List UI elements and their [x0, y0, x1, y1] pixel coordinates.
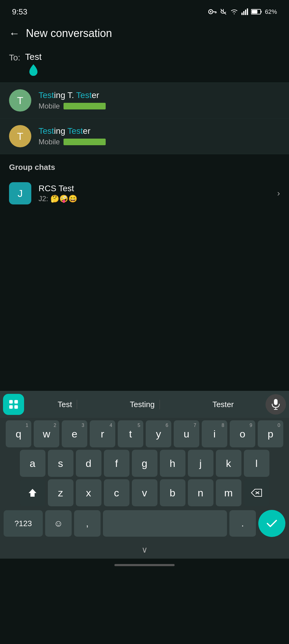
kb-enter-button[interactable] — [258, 510, 285, 537]
suggestion-name-2: Testing Tester — [39, 126, 106, 136]
cursor-drop — [28, 64, 39, 76]
svg-point-1 — [210, 11, 211, 13]
kb-suggestion-2[interactable]: Tester — [208, 400, 239, 409]
suggestion-detail-2: Mobile — [39, 138, 106, 146]
highlight-test2: Test — [76, 90, 92, 100]
kb-period-button[interactable]: . — [229, 510, 256, 537]
keyboard-suggestion-bar: Test Testing Tester — [0, 391, 289, 418]
phone-redact-1 — [64, 103, 106, 109]
svg-rect-8 — [245, 10, 246, 15]
battery-percentage: 62% — [265, 8, 277, 15]
kb-comma-button[interactable]: , — [74, 510, 101, 537]
highlight-test4: Test — [67, 126, 83, 136]
signal-icon — [241, 8, 248, 15]
suggestion-item-1[interactable]: T Testing T. Tester Mobile — [0, 83, 289, 118]
kb-key-w[interactable]: 2w — [34, 420, 59, 447]
group-sub-1: J2: 🤔🤪😄 — [39, 195, 277, 203]
svg-rect-2 — [213, 11, 216, 12]
header: ← New conversation — [0, 21, 289, 46]
keyboard-suggestions-words: Test Testing Tester — [29, 400, 263, 409]
kb-key-j[interactable]: j — [188, 450, 213, 477]
battery-icon — [251, 9, 262, 15]
kb-key-p[interactable]: 0p — [258, 420, 283, 447]
kb-key-x[interactable]: x — [76, 479, 101, 506]
kb-shift-button[interactable] — [20, 479, 45, 506]
group-item-1[interactable]: J RCS Test J2: 🤔🤪😄 › — [0, 176, 289, 210]
keyboard-dismiss-icon: ∨ — [141, 545, 148, 555]
kb-backspace-button[interactable] — [244, 479, 269, 506]
kb-numbers-button[interactable]: ?123 — [4, 510, 43, 537]
kb-key-r[interactable]: 4r — [90, 420, 115, 447]
kb-key-n[interactable]: n — [188, 479, 213, 506]
svg-rect-13 — [9, 400, 13, 404]
kb-key-t[interactable]: 5t — [118, 420, 143, 447]
kb-key-o[interactable]: 9o — [230, 420, 255, 447]
to-input[interactable]: Test — [25, 52, 42, 62]
avatar-2: T — [9, 125, 31, 147]
chevron-right-icon: › — [277, 189, 280, 198]
kb-key-c[interactable]: c — [104, 479, 129, 506]
group-avatar-1: J — [9, 182, 31, 204]
svg-rect-3 — [215, 12, 216, 14]
status-time: 9:53 — [12, 7, 27, 17]
kb-key-b[interactable]: b — [160, 479, 185, 506]
keyboard-mic-button[interactable] — [266, 394, 286, 415]
status-icons: 62% — [208, 8, 277, 15]
kb-key-f[interactable]: f — [104, 450, 129, 477]
highlight-test1: Test — [39, 90, 54, 100]
kb-key-q[interactable]: 1q — [6, 420, 31, 447]
svg-rect-12 — [252, 10, 257, 14]
kb-key-m[interactable]: m — [216, 479, 241, 506]
nav-handle — [0, 559, 289, 572]
to-field[interactable]: To: Test — [0, 46, 289, 83]
kb-key-z[interactable]: z — [48, 479, 73, 506]
kb-key-y[interactable]: 6y — [146, 420, 171, 447]
kb-key-g[interactable]: g — [132, 450, 157, 477]
wifi-icon — [230, 8, 238, 15]
kb-key-l[interactable]: l — [244, 450, 269, 477]
kb-key-h[interactable]: h — [160, 450, 185, 477]
highlight-test3: Test — [39, 126, 54, 136]
key-icon — [208, 9, 217, 15]
kb-key-a[interactable]: a — [20, 450, 45, 477]
checkmark-icon — [266, 519, 278, 528]
to-label: To: — [9, 52, 20, 63]
kb-row-1: 1q 2w 3e 4r 5t 6y 7u 8i 9o 0p — [1, 420, 288, 447]
mute-icon — [220, 8, 227, 15]
svg-rect-15 — [9, 405, 13, 409]
suggestion-name-1: Testing T. Tester — [39, 90, 106, 100]
status-bar: 9:53 — [0, 0, 289, 21]
svg-rect-9 — [247, 8, 248, 15]
kb-key-k[interactable]: k — [216, 450, 241, 477]
kb-emoji-button[interactable]: ☺ — [45, 510, 72, 537]
nav-bar — [114, 564, 175, 566]
kb-suggestion-0[interactable]: Test — [53, 400, 77, 409]
kb-key-i[interactable]: 8i — [202, 420, 227, 447]
kb-key-v[interactable]: v — [132, 479, 157, 506]
kb-key-d[interactable]: d — [76, 450, 101, 477]
keyboard-dismiss-bar[interactable]: ∨ — [0, 541, 289, 559]
suggestion-info-1: Testing T. Tester Mobile — [39, 90, 106, 110]
backspace-icon — [251, 489, 262, 497]
suggestion-item-2[interactable]: T Testing Tester Mobile — [0, 118, 289, 154]
suggestions-list: T Testing T. Tester Mobile T Testing Tes… — [0, 83, 289, 154]
suggestion-info-2: Testing Tester Mobile — [39, 126, 106, 146]
kb-key-e[interactable]: 3e — [62, 420, 87, 447]
svg-marker-20 — [29, 489, 36, 497]
shift-icon — [27, 488, 38, 498]
kb-spacebar[interactable] — [103, 510, 227, 537]
kb-suggestion-1[interactable]: Testing — [125, 400, 160, 409]
phone-redact-2 — [64, 139, 106, 145]
svg-rect-17 — [274, 399, 278, 405]
group-chats-label: Group chats — [0, 154, 289, 176]
mic-icon — [271, 399, 281, 410]
group-name-1: RCS Test — [39, 184, 277, 193]
kb-key-s[interactable]: s — [48, 450, 73, 477]
back-button[interactable]: ← — [9, 27, 20, 40]
page-title: New conversation — [26, 27, 112, 40]
keyboard-emoji-grid-button[interactable] — [3, 394, 24, 415]
kb-key-u[interactable]: 7u — [174, 420, 199, 447]
svg-rect-4 — [216, 12, 217, 13]
empty-area — [0, 210, 289, 301]
group-chats-section: Group chats J RCS Test J2: 🤔🤪😄 › — [0, 154, 289, 210]
